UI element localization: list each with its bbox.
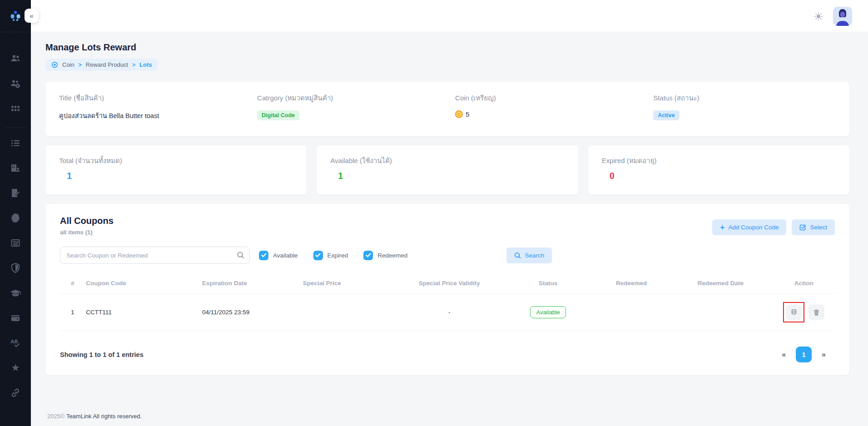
badge-icon [10,212,21,224]
stats-row: Total (จำนวนทั้งหมด) 1 Available (ใช้งาน… [45,145,849,195]
category-badge: Digital Code [257,110,299,120]
stat-total-label: Total (จำนวนทั้งหมด) [59,155,293,166]
reward-details-card: Title (ชื่อสินค้า) คูปองส่วนลดร้าน Bella… [45,82,849,136]
sidebar-divider [5,127,25,128]
filter-label-expired: Expired [327,252,348,259]
search-input[interactable] [60,247,250,264]
stat-available-label: Available (ใช้งานได้) [330,155,564,166]
search-button[interactable]: Search [506,248,552,263]
sidebar-item-shield[interactable] [6,259,25,277]
filter-checkbox-available[interactable]: Available [259,251,298,260]
cell-coupon-code: CCTT111 [83,294,199,331]
team-icon [10,53,21,64]
stat-expired-label: Expired (หมดอายุ) [602,155,836,166]
filter-checkbox-expired[interactable]: Expired [313,251,348,260]
status-badge: Active [653,110,680,120]
col-special-price-validity: Special Price Validity [397,273,501,294]
chevron-right-icon: > [132,62,135,68]
col-status: Status [501,273,595,294]
checked-checkbox-icon [313,251,323,260]
add-coupon-code-button[interactable]: + Add Coupon Code [712,219,786,235]
cell-action [773,294,835,331]
shield-icon [10,263,20,273]
filter-row: Available Expired Redeemed [60,247,835,264]
available-status-badge: Available [530,306,566,318]
delete-coupon-button[interactable] [808,304,824,320]
sidebar-item-document-edit[interactable] [6,184,25,202]
chevron-right-icon: > [79,62,82,68]
filter-label-available: Available [273,252,298,259]
sidebar-item-badge[interactable] [6,209,25,227]
coin-icon: C [455,110,463,118]
sidebar-item-education[interactable] [6,284,25,302]
col-redeemed: Redeemed [595,273,668,294]
field-title: Title (ชื่อสินค้า) คูปองส่วนลดร้าน Bella… [59,93,257,121]
checked-checkbox-icon [363,251,373,260]
all-coupons-card: All Coupons all items (1) + Add Coupon C… [45,204,849,375]
sidebar-collapse-button[interactable]: « [25,9,39,23]
cell-status: Available [501,294,595,331]
col-expiration-date: Expiration Date [199,273,300,294]
cell-special-price-validity: - [397,294,501,331]
user-avatar[interactable] [833,7,852,26]
sidebar-item-star[interactable]: ★ [6,359,25,377]
highlight-rectangle [783,302,804,322]
sidebar-item-wallet[interactable] [6,309,25,327]
link-icon [10,387,21,398]
sidebar-item-list[interactable] [6,134,25,152]
filter-label-redeemed: Redeemed [377,252,407,259]
col-redeemed-date: Redeemed Date [668,273,773,294]
cell-redeemed [595,294,668,331]
sidebar-item-team-settings[interactable] [6,74,25,93]
sidebar-item-news[interactable] [6,234,25,252]
sidebar: AB ★ [0,0,31,426]
sidebar-item-link[interactable] [6,384,25,402]
sidebar-item-team[interactable] [6,50,25,68]
breadcrumb: Coin > Reward Product > Lots [45,59,158,71]
stat-available-value: 1 [330,171,564,181]
news-icon [10,238,21,248]
pagination-prev-icon[interactable]: « [782,351,786,359]
col-index: # [60,273,83,294]
document-edit-icon [10,188,21,198]
collapse-chevrons-icon: « [30,12,33,20]
sidebar-item-spellcheck[interactable]: AB [6,334,25,352]
stat-expired-value: 0 [602,171,836,181]
top-header [31,0,868,32]
col-coupon-code: Coupon Code [83,273,199,294]
stat-card-available: Available (ใช้งานได้) 1 [317,145,578,195]
breadcrumb-lots[interactable]: Lots [139,61,152,68]
search-icon [237,251,244,259]
spellcheck-icon: AB [10,337,21,348]
avatar-person-icon [833,7,852,26]
sidebar-nav: AB ★ [0,32,31,409]
category-label: Catrgory (หมวดหมู่สินค้า) [257,93,455,104]
filter-checkbox-redeemed[interactable]: Redeemed [363,251,407,260]
theme-toggle-button[interactable] [814,12,823,21]
copy-coupon-button[interactable] [786,304,802,320]
trash-icon [813,308,820,317]
pagination-page-1[interactable]: 1 [796,347,812,362]
breadcrumb-coin[interactable]: Coin [62,61,74,68]
select-button[interactable]: Select [792,219,835,235]
target-radio-icon [51,61,58,68]
checked-checkbox-icon [259,251,268,260]
cell-index: 1 [60,294,83,331]
apps-grid-icon [10,103,21,114]
svg-text:AB: AB [10,339,18,345]
stat-card-expired: Expired (หมดอายุ) 0 [588,145,849,195]
teamlink-logo-icon [9,9,22,23]
sidebar-item-organization[interactable] [6,159,25,177]
organization-icon [10,163,21,173]
sidebar-item-apps[interactable] [6,99,25,118]
table-header-row: # Coupon Code Expiration Date Special Pr… [60,273,835,294]
copyright-text: TeamLink All rights reserved. [66,413,142,420]
field-coin: Coin (เหรียญ) C 5 [455,93,653,121]
field-category: Catrgory (หมวดหมู่สินค้า) Digital Code [257,93,455,121]
star-icon: ★ [11,363,20,373]
stat-total-value: 1 [59,171,293,181]
pagination-next-icon[interactable]: » [822,351,826,359]
cell-special-price [300,294,397,331]
breadcrumb-reward-product[interactable]: Reward Product [86,61,128,68]
team-settings-icon [10,78,21,89]
